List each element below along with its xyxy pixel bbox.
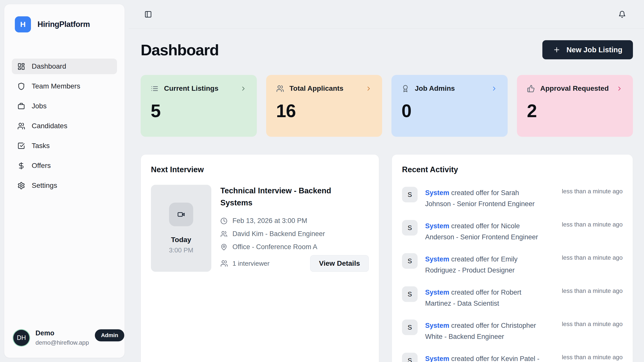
stat-label: Approval Requested xyxy=(540,84,609,93)
stat-value: 5 xyxy=(151,101,247,121)
user-email: demo@hireflow.app xyxy=(35,339,89,346)
briefcase-icon xyxy=(17,102,25,110)
app-logo: H HiringPlatform xyxy=(12,14,117,34)
sidebar-item-label: Dashboard xyxy=(32,62,66,70)
app-logo-icon: H xyxy=(15,16,31,32)
plus-icon xyxy=(553,46,560,54)
sidebar: H HiringPlatform Dashboard Team Members … xyxy=(4,4,125,358)
topbar xyxy=(129,0,644,29)
chevron-right-icon xyxy=(616,85,623,92)
activity-avatar: S xyxy=(402,220,418,236)
interview-day: Today xyxy=(171,236,191,244)
sidebar-item-job-admins[interactable]: Job Admins 0 xyxy=(391,75,508,137)
new-job-listing-button[interactable]: New Job Listing xyxy=(542,40,633,59)
sidebar-item-approval-requested[interactable]: Approval Requested 2 xyxy=(517,75,633,137)
interview-detail-text: David Kim - Backend Engineer xyxy=(232,230,325,238)
sidebar-item-total-applicants[interactable]: Total Applicants 16 xyxy=(266,75,382,137)
view-details-button[interactable]: View Details xyxy=(310,255,369,272)
sidebar-item-current-listings[interactable]: Current Listings 5 xyxy=(141,75,257,137)
users-icon xyxy=(220,260,228,267)
sidebar-item-settings[interactable]: Settings xyxy=(12,178,117,193)
sidebar-item-label: Jobs xyxy=(32,102,47,110)
award-icon xyxy=(401,85,409,93)
sidebar-item-offers[interactable]: Offers xyxy=(12,158,117,173)
interview-thumbnail: Today 3:00 PM xyxy=(151,185,211,272)
interview-detail-row: Feb 13, 2026 at 3:00 PM xyxy=(220,217,369,225)
users-icon xyxy=(17,122,25,130)
activity-timestamp: less than a minute ago xyxy=(562,287,623,294)
stat-value: 0 xyxy=(401,101,498,121)
activity-actor-link[interactable]: System xyxy=(425,222,449,230)
video-icon xyxy=(177,211,185,218)
interview-detail-row: David Kim - Backend Engineer xyxy=(220,230,369,238)
activity-avatar: S xyxy=(402,353,418,362)
sidebar-item-tasks[interactable]: Tasks xyxy=(12,138,117,154)
sidebar-item-label: Candidates xyxy=(32,122,67,130)
layout-dashboard-icon xyxy=(17,63,25,70)
stat-value: 2 xyxy=(527,101,623,121)
activity-item: S System created offer for Nicole Anders… xyxy=(402,220,623,243)
stat-label: Job Admins xyxy=(415,84,455,93)
activity-actor-link[interactable]: System xyxy=(425,189,449,197)
activity-item: S System created offer for Kevin Patel -… xyxy=(402,353,623,362)
dollar-sign-icon xyxy=(17,162,25,170)
recent-activity-panel: Recent Activity S System created offer f… xyxy=(392,154,633,362)
interviewer-count: 1 interviewer xyxy=(220,260,269,267)
activity-timestamp: less than a minute ago xyxy=(562,354,623,361)
activity-avatar: S xyxy=(402,187,418,202)
sidebar-item-label: Tasks xyxy=(32,142,50,150)
stat-cards: Current Listings 5 Total Applicants 16 J… xyxy=(141,75,633,137)
clock-icon xyxy=(220,217,227,224)
panel-left-icon[interactable] xyxy=(144,11,152,18)
interview-card: Today 3:00 PM Technical Interview - Back… xyxy=(151,185,369,272)
sidebar-item-candidates[interactable]: Candidates xyxy=(12,118,117,134)
bell-icon[interactable] xyxy=(618,11,626,18)
activity-timestamp: less than a minute ago xyxy=(562,221,623,228)
thumbs-up-icon xyxy=(527,85,535,93)
chevron-right-icon xyxy=(365,85,372,92)
user-name: Demo xyxy=(35,329,89,337)
activity-item: S System created offer for Robert Martin… xyxy=(402,286,623,309)
next-interview-panel: Next Interview Today 3:00 PM Technical I… xyxy=(141,154,379,362)
activity-timestamp: less than a minute ago xyxy=(562,254,623,261)
stat-label: Total Applicants xyxy=(290,84,344,93)
sidebar-nav: Dashboard Team Members Jobs Candidates T… xyxy=(12,59,117,193)
page-title: Dashboard xyxy=(141,41,219,59)
shield-icon xyxy=(17,82,25,90)
sidebar-item-label: Settings xyxy=(32,182,57,190)
interview-detail-row: Office - Conference Room A xyxy=(220,243,369,251)
user-profile[interactable]: DH Demo demo@hireflow.app Admin xyxy=(12,327,117,349)
sidebar-item-dashboard[interactable]: Dashboard xyxy=(12,59,117,74)
map-pin-icon xyxy=(220,244,227,251)
activity-list: S System created offer for Sarah Johnson… xyxy=(402,187,623,362)
users-icon xyxy=(220,231,227,238)
activity-actor-link[interactable]: System xyxy=(425,289,449,296)
sidebar-item-jobs[interactable]: Jobs xyxy=(12,98,117,114)
interview-detail-text: Office - Conference Room A xyxy=(232,243,317,251)
recent-activity-title: Recent Activity xyxy=(402,165,623,174)
activity-avatar: S xyxy=(402,320,418,335)
activity-timestamp: less than a minute ago xyxy=(562,188,623,195)
role-badge: Admin xyxy=(95,329,124,341)
activity-actor-link[interactable]: System xyxy=(425,355,449,362)
interview-event-title: Technical Interview - Backend Systems xyxy=(220,185,341,209)
sidebar-item-team-members[interactable]: Team Members xyxy=(12,78,117,94)
list-icon xyxy=(151,85,158,93)
activity-avatar: S xyxy=(402,253,418,269)
activity-actor-link[interactable]: System xyxy=(425,255,449,263)
activity-item: S System created offer for Christopher W… xyxy=(402,320,623,342)
sidebar-item-label: Offers xyxy=(32,162,51,170)
chevron-right-icon xyxy=(240,85,247,92)
activity-item: S System created offer for Emily Rodrigu… xyxy=(402,253,623,276)
settings-icon xyxy=(17,182,25,190)
chevron-right-icon xyxy=(491,85,498,92)
stat-value: 16 xyxy=(276,101,372,121)
sidebar-item-label: Team Members xyxy=(32,82,80,90)
main-content: Dashboard New Job Listing Current Listin… xyxy=(129,29,644,362)
avatar: DH xyxy=(13,330,29,346)
activity-avatar: S xyxy=(402,286,418,302)
interview-time: 3:00 PM xyxy=(169,246,193,254)
activity-actor-link[interactable]: System xyxy=(425,322,449,329)
app-title: HiringPlatform xyxy=(37,20,90,29)
activity-timestamp: less than a minute ago xyxy=(562,321,623,328)
